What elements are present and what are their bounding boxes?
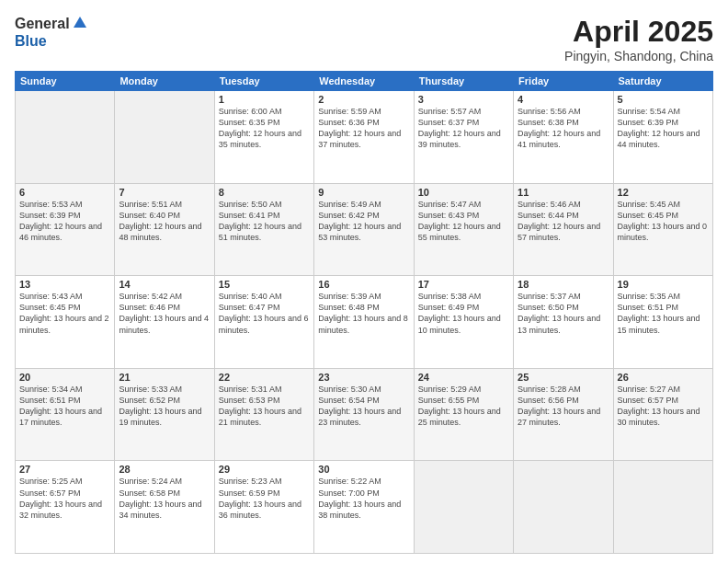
day-info: Sunrise: 5:27 AM Sunset: 6:57 PM Dayligh… (618, 384, 709, 429)
header-wednesday: Wednesday (314, 72, 414, 91)
day-number: 6 (19, 187, 110, 198)
page: General Blue April 2025 Pingyin, Shandon… (0, 0, 728, 563)
table-row: 7Sunrise: 5:51 AM Sunset: 6:40 PM Daylig… (115, 183, 214, 276)
day-info: Sunrise: 5:43 AM Sunset: 6:45 PM Dayligh… (19, 291, 110, 336)
title-month: April 2025 (564, 15, 713, 49)
header: General Blue April 2025 Pingyin, Shandon… (15, 15, 713, 63)
day-number: 17 (418, 279, 509, 290)
table-row: 11Sunrise: 5:46 AM Sunset: 6:44 PM Dayli… (514, 183, 613, 276)
header-monday: Monday (115, 72, 214, 91)
day-number: 3 (418, 94, 509, 105)
table-row (16, 91, 115, 184)
day-info: Sunrise: 5:38 AM Sunset: 6:49 PM Dayligh… (418, 291, 509, 336)
day-number: 29 (219, 464, 310, 475)
table-row: 27Sunrise: 5:25 AM Sunset: 6:57 PM Dayli… (16, 461, 115, 554)
table-row: 17Sunrise: 5:38 AM Sunset: 6:49 PM Dayli… (414, 276, 513, 369)
header-thursday: Thursday (414, 72, 513, 91)
day-info: Sunrise: 5:42 AM Sunset: 6:46 PM Dayligh… (119, 291, 210, 336)
day-info: Sunrise: 5:50 AM Sunset: 6:41 PM Dayligh… (219, 199, 310, 244)
day-info: Sunrise: 5:46 AM Sunset: 6:44 PM Dayligh… (518, 199, 609, 244)
logo-icon (72, 15, 88, 31)
day-info: Sunrise: 5:33 AM Sunset: 6:52 PM Dayligh… (119, 384, 210, 429)
day-number: 2 (318, 94, 409, 105)
day-number: 24 (418, 372, 509, 383)
table-row (115, 91, 214, 184)
svg-marker-0 (74, 17, 86, 28)
table-row: 21Sunrise: 5:33 AM Sunset: 6:52 PM Dayli… (115, 368, 214, 461)
day-number: 13 (19, 279, 110, 290)
day-number: 4 (518, 94, 609, 105)
day-info: Sunrise: 5:59 AM Sunset: 6:36 PM Dayligh… (318, 106, 409, 151)
table-row: 18Sunrise: 5:37 AM Sunset: 6:50 PM Dayli… (514, 276, 613, 369)
table-row: 28Sunrise: 5:24 AM Sunset: 6:58 PM Dayli… (115, 461, 214, 554)
table-row: 8Sunrise: 5:50 AM Sunset: 6:41 PM Daylig… (214, 183, 313, 276)
day-info: Sunrise: 5:39 AM Sunset: 6:48 PM Dayligh… (318, 291, 409, 336)
day-info: Sunrise: 6:00 AM Sunset: 6:35 PM Dayligh… (219, 106, 310, 151)
day-number: 14 (119, 279, 210, 290)
day-info: Sunrise: 5:34 AM Sunset: 6:51 PM Dayligh… (19, 384, 110, 429)
day-number: 30 (318, 464, 409, 475)
day-info: Sunrise: 5:22 AM Sunset: 7:00 PM Dayligh… (318, 476, 409, 521)
day-number: 11 (518, 187, 609, 198)
day-number: 1 (219, 94, 310, 105)
day-info: Sunrise: 5:53 AM Sunset: 6:39 PM Dayligh… (19, 199, 110, 244)
calendar-week-row: 13Sunrise: 5:43 AM Sunset: 6:45 PM Dayli… (16, 276, 713, 369)
table-row (514, 461, 613, 554)
day-info: Sunrise: 5:37 AM Sunset: 6:50 PM Dayligh… (518, 291, 609, 336)
title-location: Pingyin, Shandong, China (564, 49, 713, 63)
day-info: Sunrise: 5:24 AM Sunset: 6:58 PM Dayligh… (119, 476, 210, 521)
table-row: 30Sunrise: 5:22 AM Sunset: 7:00 PM Dayli… (314, 461, 414, 554)
day-number: 21 (119, 372, 210, 383)
calendar-week-row: 27Sunrise: 5:25 AM Sunset: 6:57 PM Dayli… (16, 461, 713, 554)
table-row: 22Sunrise: 5:31 AM Sunset: 6:53 PM Dayli… (214, 368, 313, 461)
table-row: 19Sunrise: 5:35 AM Sunset: 6:51 PM Dayli… (613, 276, 712, 369)
table-row (414, 461, 513, 554)
day-number: 8 (219, 187, 310, 198)
day-info: Sunrise: 5:23 AM Sunset: 6:59 PM Dayligh… (219, 476, 310, 521)
table-row: 15Sunrise: 5:40 AM Sunset: 6:47 PM Dayli… (214, 276, 313, 369)
calendar-week-row: 6Sunrise: 5:53 AM Sunset: 6:39 PM Daylig… (16, 183, 713, 276)
table-row: 29Sunrise: 5:23 AM Sunset: 6:59 PM Dayli… (214, 461, 313, 554)
table-row: 25Sunrise: 5:28 AM Sunset: 6:56 PM Dayli… (514, 368, 613, 461)
day-info: Sunrise: 5:54 AM Sunset: 6:39 PM Dayligh… (618, 106, 709, 151)
day-number: 19 (618, 279, 709, 290)
day-info: Sunrise: 5:35 AM Sunset: 6:51 PM Dayligh… (618, 291, 709, 336)
logo: General Blue (15, 15, 88, 50)
logo-text: General Blue (15, 15, 88, 50)
header-friday: Friday (514, 72, 613, 91)
table-row: 3Sunrise: 5:57 AM Sunset: 6:37 PM Daylig… (414, 91, 513, 184)
table-row: 26Sunrise: 5:27 AM Sunset: 6:57 PM Dayli… (613, 368, 712, 461)
table-row: 2Sunrise: 5:59 AM Sunset: 6:36 PM Daylig… (314, 91, 414, 184)
day-number: 28 (119, 464, 210, 475)
table-row: 24Sunrise: 5:29 AM Sunset: 6:55 PM Dayli… (414, 368, 513, 461)
table-row: 23Sunrise: 5:30 AM Sunset: 6:54 PM Dayli… (314, 368, 414, 461)
day-info: Sunrise: 5:28 AM Sunset: 6:56 PM Dayligh… (518, 384, 609, 429)
header-tuesday: Tuesday (214, 72, 313, 91)
table-row: 12Sunrise: 5:45 AM Sunset: 6:45 PM Dayli… (613, 183, 712, 276)
day-number: 18 (518, 279, 609, 290)
day-info: Sunrise: 5:40 AM Sunset: 6:47 PM Dayligh… (219, 291, 310, 336)
table-row (613, 461, 712, 554)
day-info: Sunrise: 5:47 AM Sunset: 6:43 PM Dayligh… (418, 199, 509, 244)
day-number: 15 (219, 279, 310, 290)
table-row: 9Sunrise: 5:49 AM Sunset: 6:42 PM Daylig… (314, 183, 414, 276)
table-row: 1Sunrise: 6:00 AM Sunset: 6:35 PM Daylig… (214, 91, 313, 184)
day-info: Sunrise: 5:57 AM Sunset: 6:37 PM Dayligh… (418, 106, 509, 151)
day-info: Sunrise: 5:51 AM Sunset: 6:40 PM Dayligh… (119, 199, 210, 244)
calendar-week-row: 20Sunrise: 5:34 AM Sunset: 6:51 PM Dayli… (16, 368, 713, 461)
day-info: Sunrise: 5:31 AM Sunset: 6:53 PM Dayligh… (219, 384, 310, 429)
calendar-table: Sunday Monday Tuesday Wednesday Thursday… (15, 71, 713, 554)
table-row: 5Sunrise: 5:54 AM Sunset: 6:39 PM Daylig… (613, 91, 712, 184)
day-number: 10 (418, 187, 509, 198)
day-number: 22 (219, 372, 310, 383)
day-number: 12 (618, 187, 709, 198)
table-row: 16Sunrise: 5:39 AM Sunset: 6:48 PM Dayli… (314, 276, 414, 369)
day-number: 16 (318, 279, 409, 290)
logo-blue: Blue (15, 33, 88, 50)
calendar-header-row: Sunday Monday Tuesday Wednesday Thursday… (16, 72, 713, 91)
day-number: 27 (19, 464, 110, 475)
table-row: 14Sunrise: 5:42 AM Sunset: 6:46 PM Dayli… (115, 276, 214, 369)
day-number: 20 (19, 372, 110, 383)
table-row: 10Sunrise: 5:47 AM Sunset: 6:43 PM Dayli… (414, 183, 513, 276)
calendar-week-row: 1Sunrise: 6:00 AM Sunset: 6:35 PM Daylig… (16, 91, 713, 184)
